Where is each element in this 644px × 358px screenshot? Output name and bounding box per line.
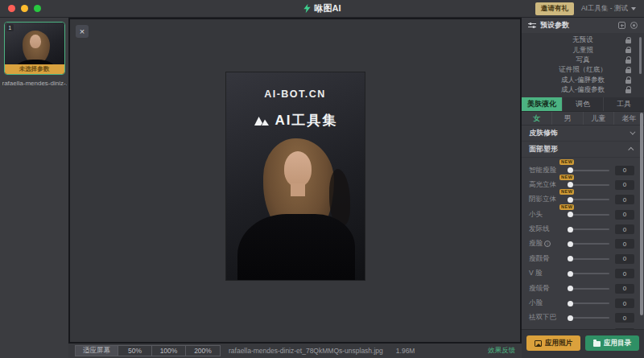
maximize-window-icon[interactable] <box>34 5 41 12</box>
preset-label: 写真 <box>576 56 590 65</box>
slider-handle[interactable] <box>568 167 573 173</box>
thumbnail-face-shape <box>30 35 41 48</box>
zoom-200-button[interactable]: 200% <box>186 346 220 356</box>
gender-child[interactable]: 儿童 <box>584 112 614 125</box>
slider-value: 0 <box>615 224 634 234</box>
section-face-label: 面部塑形 <box>529 144 558 154</box>
slider-handle[interactable] <box>568 286 573 291</box>
watermark-row: AI工具集 <box>226 111 365 130</box>
tab-tools[interactable]: 工具 <box>604 97 644 111</box>
close-window-icon[interactable] <box>8 5 15 12</box>
slider-track[interactable] <box>568 317 609 319</box>
slider-track[interactable] <box>568 302 609 304</box>
slider-value: 0 <box>615 298 634 308</box>
slider-row-highlight-contour: NEW 高光立体 0 <box>529 178 644 192</box>
apply-actions: 应用照片 应用目录 <box>522 329 644 358</box>
file-size: 1.96M <box>396 347 415 355</box>
feedback-link[interactable]: 效果反馈 <box>488 346 515 356</box>
lock-icon <box>625 39 631 43</box>
preset-item[interactable]: 成人-偏胖参数 <box>522 76 644 85</box>
app-title: 咻图AI <box>315 2 341 14</box>
tab-color-grading[interactable]: 调色 <box>563 97 604 111</box>
slider-handle[interactable] <box>568 212 573 217</box>
thumbnail-index-badge: 1 <box>6 24 14 31</box>
workspace-menu[interactable]: AI工具集 - 测试 <box>581 4 636 14</box>
presets-header: 预设参数 <box>522 18 644 33</box>
slider-label: 发际线 <box>529 224 567 234</box>
thumbnail-status-badge: 未选择参数 <box>5 64 64 74</box>
editing-photo[interactable]: AI-BOT.CN AI工具集 <box>226 72 365 280</box>
new-badge: NEW <box>559 189 574 195</box>
lock-icon <box>625 89 631 93</box>
slider-value: 0 <box>615 254 634 264</box>
apply-folder-button[interactable]: 应用目录 <box>585 335 639 351</box>
zoom-100-button[interactable]: 100% <box>152 346 186 356</box>
slider-row-slim-jawbone: 瘦颌骨 0 <box>529 281 644 295</box>
photo-list-sidebar: 1 未选择参数 rafaella-mendes-diniz-... <box>0 18 68 358</box>
photo-thumbnail[interactable]: 1 未选择参数 <box>4 22 65 75</box>
slider-track[interactable] <box>568 199 609 200</box>
slider-handle[interactable] <box>568 256 573 261</box>
slider-track[interactable] <box>568 184 609 186</box>
slider-handle[interactable] <box>568 315 573 321</box>
preset-item[interactable]: 无预设 <box>522 35 644 45</box>
slider-row-remove-double-chin: 祛双下巴 0 <box>529 311 644 325</box>
slider-handle[interactable] <box>568 182 573 187</box>
slider-value: 0 <box>615 328 634 329</box>
slider-row-slim-cheekbone: 瘦颧骨 0 <box>529 252 644 266</box>
apply-photo-label: 应用照片 <box>545 339 572 348</box>
add-preset-icon[interactable] <box>618 22 625 29</box>
lock-icon <box>625 80 631 84</box>
preset-scrollbar[interactable] <box>639 37 642 74</box>
lock-icon <box>625 49 631 53</box>
slider-handle[interactable] <box>568 301 573 307</box>
image-icon <box>535 340 542 347</box>
gender-male[interactable]: 男 <box>552 112 583 125</box>
window-controls <box>8 5 41 12</box>
tab-beautify-liquify[interactable]: 美肤液化 <box>522 97 563 111</box>
fit-screen-button[interactable]: 适应屏幕 <box>76 346 118 356</box>
preset-label: 成人-偏瘦参数 <box>561 85 605 95</box>
slider-track[interactable] <box>568 214 609 216</box>
new-badge: NEW <box>559 175 574 180</box>
preset-item[interactable]: 成人-偏瘦参数 <box>522 85 644 95</box>
apply-photo-button[interactable]: 应用照片 <box>526 335 580 351</box>
slider-row-v-face: V 脸 0 <box>529 266 644 281</box>
slider-track[interactable] <box>568 258 609 260</box>
minimize-window-icon[interactable] <box>21 5 28 12</box>
zoom-50-button[interactable]: 50% <box>118 346 152 356</box>
slider-track[interactable] <box>568 228 609 230</box>
slider-handle[interactable] <box>568 197 573 203</box>
preset-item[interactable]: 证件照（红底） <box>522 65 644 75</box>
panel-scrollbar[interactable] <box>640 113 643 315</box>
canvas-area[interactable]: × AI-BOT.CN AI工具集 <box>68 18 522 342</box>
section-face-shaping[interactable]: 面部塑形 <box>522 142 644 158</box>
app-brand: 咻图AI <box>303 2 341 14</box>
slider-handle[interactable] <box>568 271 573 277</box>
slider-track[interactable] <box>568 273 609 274</box>
thumbnail-filename: rafaella-mendes-diniz-... <box>2 80 67 87</box>
invite-button[interactable]: 邀请有礼 <box>535 2 574 15</box>
slider-track[interactable] <box>568 288 609 290</box>
slider-label: 瘦颌骨 <box>529 284 567 294</box>
slider-handle[interactable] <box>568 241 573 247</box>
slider-label: 阴影立体 <box>529 195 567 204</box>
section-skin-retouch[interactable]: 皮肤修饰 <box>522 126 644 142</box>
preset-item[interactable]: 儿童照 <box>522 45 644 55</box>
slider-handle[interactable] <box>568 227 573 232</box>
slider-list: NEW 智能瘦脸 0 NEW 高光立体 0 NEW 阴影立体 0 NEW 小头 <box>522 158 644 329</box>
slider-row-chin-augment: 垫下巴 0 <box>529 326 644 329</box>
slider-track[interactable] <box>568 170 609 171</box>
lightning-logo-icon <box>303 3 312 14</box>
preset-settings-icon[interactable] <box>630 22 638 29</box>
slider-value: 0 <box>615 269 634 278</box>
triangles-logo-icon <box>253 114 270 126</box>
preset-item[interactable]: 写真 <box>522 56 644 65</box>
gender-female[interactable]: 女 <box>522 112 552 125</box>
close-photo-button[interactable]: × <box>76 25 89 38</box>
slider-label: 小头 <box>529 210 567 220</box>
slider-track[interactable] <box>568 243 609 245</box>
info-icon[interactable]: i <box>544 241 551 247</box>
preset-label: 证件照（红底） <box>559 65 607 75</box>
zoom-controls: 适应屏幕 50% 100% 200% <box>75 345 221 356</box>
